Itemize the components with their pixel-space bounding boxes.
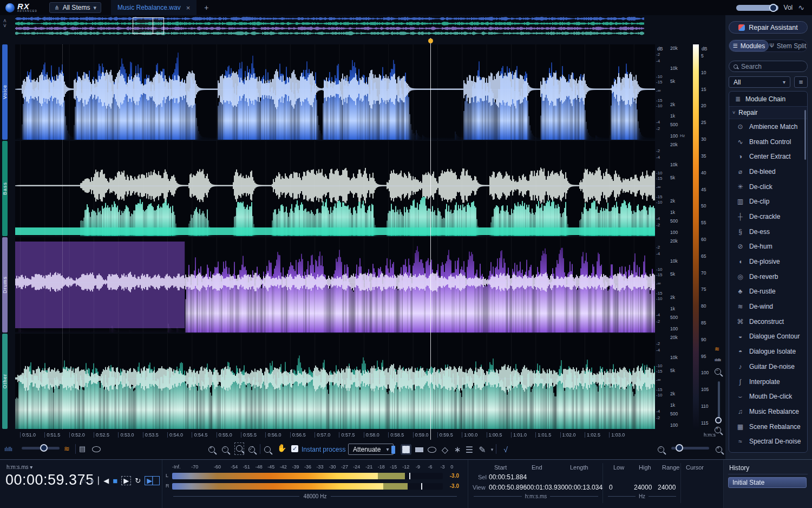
breath-control-icon[interactable]: ∿ Breath Control [729, 134, 807, 149]
play-selection-icon[interactable]: ▶▏ [145, 476, 160, 485]
record-icon[interactable]: ● [90, 477, 94, 485]
stem-label-drums[interactable]: Drums [2, 237, 8, 333]
brush-tool[interactable]: ✎ [477, 444, 488, 455]
stem-label-other[interactable]: Other [2, 334, 8, 429]
zoom-in-icon[interactable]: + [208, 445, 215, 455]
play-icon[interactable]: ▶ [121, 476, 131, 485]
zoom-out-horizontal-icon[interactable]: − [658, 445, 664, 455]
freq-low-value[interactable]: 0 [609, 484, 613, 491]
new-tab-button[interactable]: + [204, 3, 208, 12]
view-start-value[interactable]: 00:00:50.896 [489, 484, 527, 491]
frequency-selection-tool[interactable] [414, 444, 424, 455]
time-selection-tool[interactable] [388, 444, 398, 455]
view-length-value[interactable]: 00:00:13.034 [565, 484, 603, 491]
spectrogram-waveform-blend-slider[interactable] [22, 447, 60, 450]
tab-modules[interactable]: ☰ Modules [729, 40, 769, 51]
stop-icon[interactable]: ■ [113, 476, 117, 485]
de-bleed-icon[interactable]: ⌀ De-bleed [729, 164, 807, 179]
spectrogram-voice[interactable] [15, 44, 655, 140]
harmonic-selection-tool[interactable]: ☰ [464, 444, 475, 455]
stem-label-bass[interactable]: Bass [2, 141, 8, 236]
music-rebalance-icon[interactable]: ♫ Music Rebalance [729, 404, 807, 419]
stem-selector-dropdown[interactable]: ⋔ All Stems ▾ [49, 2, 101, 13]
module-list-options-button[interactable]: ≡ [794, 76, 808, 88]
signal-flow-icon[interactable]: ∿ [798, 3, 804, 12]
freq-range-value[interactable]: 24000 [658, 484, 676, 491]
stem-label-voice[interactable]: Voice [2, 44, 8, 140]
instant-process-label[interactable]: Instant process [302, 446, 345, 453]
clip-info-icon[interactable] [92, 445, 101, 454]
zoom-selection-icon[interactable] [234, 444, 244, 454]
spectrogram-view-icon[interactable]: ≋ [715, 346, 719, 353]
zoom-out-icon[interactable]: − [222, 445, 228, 455]
repair-section-header[interactable]: ˅ Repair [729, 107, 807, 119]
playhead[interactable] [430, 38, 431, 440]
interpolate-icon[interactable]: ∫ Interpolate [729, 374, 807, 389]
de-rustle-icon[interactable]: ♣ De-rustle [729, 284, 807, 299]
magic-wand-tool[interactable]: ◇ [440, 444, 450, 455]
minimap-canvas[interactable] [15, 16, 644, 36]
zoom-out-vertical-icon[interactable]: − [715, 368, 721, 376]
wand-tool[interactable]: ∗ [452, 444, 463, 455]
vertical-zoom-slider[interactable] [718, 381, 720, 419]
volume-slider-thumb[interactable] [769, 4, 777, 12]
gain-match-tool[interactable]: √ [500, 444, 511, 455]
tab-stem-split[interactable]: Ψ Stem Split [769, 40, 807, 51]
spectrogram-drums[interactable] [15, 237, 655, 333]
waveform-view-icon[interactable]: ılıllı [715, 357, 721, 362]
mouth-de-click-icon[interactable]: ⌣ Mouth De-click [729, 389, 807, 404]
horizontal-zoom-slider[interactable] [671, 447, 709, 450]
volume-slider[interactable] [736, 5, 778, 11]
de-click-icon[interactable]: ✳ De-click [729, 179, 807, 194]
zoom-in-horizontal-icon[interactable]: + [716, 445, 722, 455]
spectral-de-noise-icon[interactable]: ≈ Spectral De-noise [729, 434, 807, 449]
freq-high-value[interactable]: 24000 [634, 484, 652, 491]
module-search[interactable] [729, 61, 808, 72]
monitor-icon[interactable]: ∩ [81, 477, 86, 485]
vertical-zoom-thumb[interactable] [715, 417, 722, 424]
dialogue-isolate-icon[interactable]: ◓ Dialogue Isolate [729, 344, 807, 359]
horizontal-zoom-thumb[interactable] [676, 444, 683, 452]
waveform-stats-icon[interactable]: ▤ [79, 445, 86, 453]
de-ess-icon[interactable]: § De-ess [729, 224, 807, 239]
de-hum-icon[interactable]: ⊘ De-hum [729, 239, 807, 255]
search-input[interactable] [741, 63, 803, 70]
center-extract-icon[interactable]: ◑ Center Extract [729, 149, 807, 164]
minimap-view-rectangle[interactable] [133, 17, 164, 34]
de-plosive-icon[interactable]: ◖ De-plosive [729, 254, 807, 269]
de-crackle-icon[interactable]: ┼ De-crackle [729, 209, 807, 224]
view-end-value[interactable]: 00:01:03.930 [527, 484, 565, 491]
de-reverb-icon[interactable]: ◎ De-reverb [729, 269, 807, 284]
ambience-match-icon[interactable]: ⊙ Ambience Match [729, 119, 807, 134]
playhead-marker-icon[interactable] [428, 38, 433, 43]
history-item-initial-state[interactable]: Initial State [728, 477, 807, 488]
guitar-de-noise-icon[interactable]: ♪ Guitar De-noise [729, 359, 807, 374]
return-to-start-icon[interactable]: ▏◀ [98, 477, 109, 485]
loop-icon[interactable]: ↻ [135, 477, 141, 485]
close-tab-icon[interactable]: × [186, 4, 191, 12]
de-clip-icon[interactable]: ▥ De-clip [729, 194, 807, 209]
instant-process-checkbox[interactable]: ✓ [291, 445, 298, 452]
spectrogram-mode-icon[interactable]: ≋ [64, 445, 70, 453]
overview-collapse-control[interactable]: ˄ ˅ [3, 18, 6, 28]
deconstruct-icon[interactable]: ⌘ Deconstruct [729, 314, 807, 329]
time-frequency-selection-tool[interactable] [401, 444, 411, 455]
zoom-fit-icon[interactable]: ⤢ [248, 445, 255, 455]
repair-assistant-button[interactable]: Repair Assistant [729, 21, 808, 34]
blend-slider-thumb[interactable] [40, 444, 48, 452]
lasso-selection-tool[interactable] [427, 444, 437, 455]
module-chain-item[interactable]: ≣ Module Chain [729, 92, 807, 107]
sel-start-value[interactable]: 00:00:51.884 [489, 473, 527, 481]
time-format-selector[interactable]: h:m:s.ms ▾ [6, 464, 32, 470]
spectrogram-other[interactable] [15, 334, 655, 429]
hand-tool-icon[interactable]: ✋ [277, 444, 286, 452]
timeline-ruler[interactable]: 0:51.00:51.50:52.00:52.50:53.00:53.50:54… [15, 429, 655, 440]
module-list-scrollbar[interactable] [804, 110, 806, 160]
scene-rebalance-icon[interactable]: ▦ Scene Rebalance [729, 419, 807, 434]
spectrogram-bass[interactable] [15, 141, 655, 236]
magnify-tool-icon[interactable] [264, 445, 271, 455]
module-filter-dropdown[interactable]: All ▾ [729, 76, 790, 88]
de-wind-icon[interactable]: ≋ De-wind [729, 299, 807, 314]
process-mode-dropdown[interactable]: Attenuate ▾ [348, 444, 394, 455]
dialogue-contour-icon[interactable]: ◒ Dialogue Contour [729, 329, 807, 344]
